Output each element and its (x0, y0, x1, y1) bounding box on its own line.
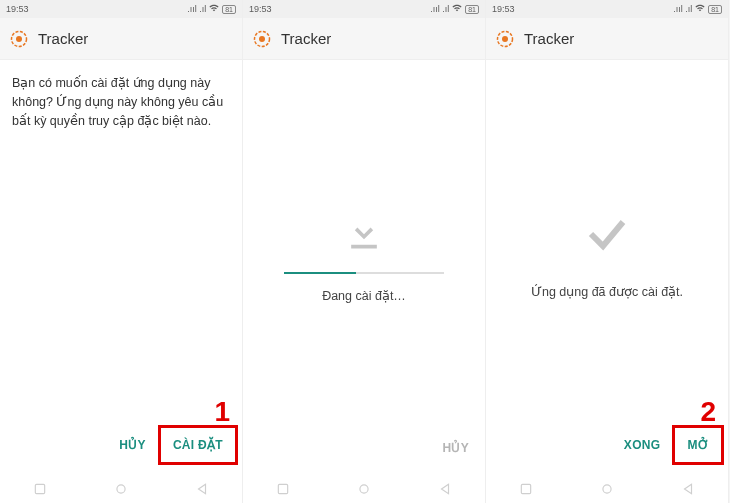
tracker-icon (496, 30, 514, 48)
android-nav-bar (0, 475, 242, 503)
battery-icon: 81 (708, 5, 722, 14)
installing-label: Đang cài đặt… (322, 288, 406, 303)
nav-recent-icon[interactable] (519, 482, 533, 496)
svg-point-1 (16, 36, 22, 42)
status-indicators: .ııl .ıl 81 (187, 3, 236, 15)
nav-recent-icon[interactable] (276, 482, 290, 496)
wifi-icon (209, 3, 219, 15)
tracker-icon (10, 30, 28, 48)
svg-point-9 (502, 36, 508, 42)
done-button[interactable]: XONG (612, 428, 673, 462)
status-time: 19:53 (249, 4, 272, 14)
nav-home-icon[interactable] (357, 482, 371, 496)
button-row: XONG MỞ (612, 425, 724, 465)
svg-rect-2 (36, 484, 45, 493)
status-bar: 19:53 .ııl .ıl 81 (0, 0, 242, 18)
android-nav-bar (243, 475, 485, 503)
status-bar: 19:53 .ııl .ıl 81 (243, 0, 485, 18)
svg-point-7 (360, 485, 368, 493)
phone-screen-1: 19:53 .ııl .ıl 81 Tracker Bạn có muốn cà… (0, 0, 243, 503)
status-bar: 19:53 .ııl .ıl 81 (486, 0, 728, 18)
nav-back-icon[interactable] (195, 482, 209, 496)
wifi-icon (695, 3, 705, 15)
nav-back-icon[interactable] (681, 482, 695, 496)
progress-bar (284, 272, 444, 274)
cancel-button[interactable]: HỦY (430, 431, 481, 465)
signal-icon: .ııl .ıl (673, 4, 692, 14)
download-icon (342, 210, 386, 258)
wifi-icon (452, 3, 462, 15)
app-bar: Tracker (0, 18, 242, 60)
tracker-icon (253, 30, 271, 48)
battery-icon: 81 (465, 5, 479, 14)
android-nav-bar (486, 475, 728, 503)
signal-icon: .ııl .ıl (430, 4, 449, 14)
phone-screen-3: 19:53 .ııl .ıl 81 Tracker Ứng dụng đã đư… (486, 0, 729, 503)
button-row: HỦY CÀI ĐẶT (107, 425, 238, 465)
svg-rect-6 (279, 484, 288, 493)
status-time: 19:53 (6, 4, 29, 14)
app-title: Tracker (524, 30, 574, 47)
app-title: Tracker (281, 30, 331, 47)
cancel-button[interactable]: HỦY (107, 428, 158, 462)
status-time: 19:53 (492, 4, 515, 14)
button-row: HỦY (430, 431, 481, 465)
checkmark-icon (583, 210, 631, 262)
open-button[interactable]: MỞ (672, 425, 724, 465)
status-indicators: .ııl .ıl 81 (430, 3, 479, 15)
app-bar: Tracker (486, 18, 728, 60)
signal-icon: .ııl .ıl (187, 4, 206, 14)
installed-label: Ứng dụng đã được cài đặt. (531, 284, 683, 299)
annotation-number: 1 (214, 396, 230, 428)
phone-screen-2: 19:53 .ııl .ıl 81 Tracker Đang cài đặt… … (243, 0, 486, 503)
svg-point-11 (603, 485, 611, 493)
nav-back-icon[interactable] (438, 482, 452, 496)
battery-icon: 81 (222, 5, 236, 14)
install-prompt-text: Bạn có muốn cài đặt ứng dụng này không? … (12, 74, 230, 130)
status-indicators: .ııl .ıl 81 (673, 3, 722, 15)
install-button[interactable]: CÀI ĐẶT (158, 425, 238, 465)
app-bar: Tracker (243, 18, 485, 60)
app-title: Tracker (38, 30, 88, 47)
nav-home-icon[interactable] (600, 482, 614, 496)
nav-recent-icon[interactable] (33, 482, 47, 496)
svg-point-3 (117, 485, 125, 493)
nav-home-icon[interactable] (114, 482, 128, 496)
svg-point-5 (259, 36, 265, 42)
svg-rect-10 (522, 484, 531, 493)
annotation-number: 2 (700, 396, 716, 428)
